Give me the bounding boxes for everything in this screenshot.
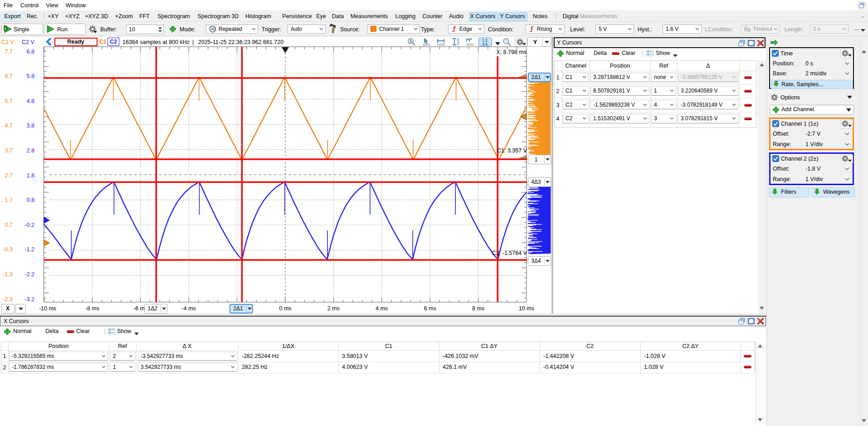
svg-text:0.8: 0.8 [27,197,34,203]
svg-text:2.8: 2.8 [27,147,34,154]
svg-text:-8 ms: -8 ms [85,305,99,312]
svg-text:C1: 3.357 V: C1: 3.357 V [497,147,527,154]
svg-text:1.7: 1.7 [5,197,13,203]
svg-text:1: 1 [4,26,6,30]
svg-text:6.7: 6.7 [5,73,13,79]
svg-text:6.8: 6.8 [27,49,34,55]
svg-text:4.7: 4.7 [5,122,13,129]
svg-text:3.7: 3.7 [5,147,13,154]
svg-text:5.8: 5.8 [27,73,34,79]
svg-text:8 ms: 8 ms [472,305,484,312]
svg-text:-0.3: -0.3 [3,246,13,253]
svg-text:6 ms: 6 ms [424,305,436,312]
svg-text:3.8: 3.8 [27,122,34,129]
svg-text:4 ms: 4 ms [375,305,388,312]
svg-text:X: 8.798 ms: X: 8.798 ms [496,49,527,55]
svg-text:-0.2: -0.2 [24,222,34,228]
svg-text:7.7: 7.7 [5,49,13,55]
svg-text:C2: -1.5764 V: C2: -1.5764 V [492,250,527,256]
svg-text:2 ms: 2 ms [327,305,340,312]
svg-text:-1.3: -1.3 [3,271,13,278]
svg-text:-2.3: -2.3 [3,296,13,303]
svg-text:4.8: 4.8 [27,98,34,104]
svg-text:10 ms: 10 ms [519,305,534,312]
svg-text:5.7: 5.7 [5,98,13,104]
svg-text:2.7: 2.7 [5,172,13,179]
svg-text:-2.2: -2.2 [24,271,34,278]
svg-text:0.7: 0.7 [5,222,13,228]
svg-text:-3.2: -3.2 [24,296,34,303]
svg-text:-1.2: -1.2 [24,246,34,253]
svg-text:1.8: 1.8 [27,172,34,179]
